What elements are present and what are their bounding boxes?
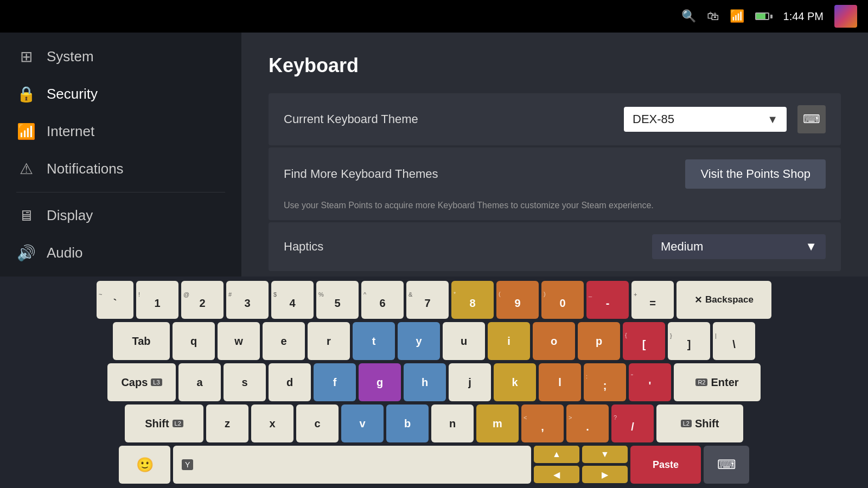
key-o[interactable]: o [533,322,575,360]
key-y[interactable]: y [398,322,440,360]
keyboard-rows: ~ ` ! 1 @ 2 # 3 $ 4 % 5 [5,281,863,484]
key-9[interactable]: ( 9 [496,281,539,319]
key-rbracket[interactable]: } ] [668,322,710,360]
haptics-dropdown[interactable]: Medium ▼ [652,234,826,259]
key-period[interactable]: > . [566,404,609,442]
sidebar-item-internet[interactable]: 📶 Internet [0,113,241,150]
key-k[interactable]: k [494,363,536,401]
key-1[interactable]: ! 1 [136,281,178,319]
key-backtick[interactable]: ~ ` [97,281,133,319]
key-arrow-left[interactable]: ◀ [534,466,579,483]
key-l[interactable]: l [539,363,581,401]
internet-icon: 📶 [16,123,36,140]
sidebar-item-notifications[interactable]: ⚠ Notifications [0,150,241,188]
key-minus[interactable]: _ - [586,281,629,319]
key-b[interactable]: b [386,404,429,442]
sidebar-item-security[interactable]: 🔒 Security [0,75,241,113]
audio-icon: 🔊 [16,244,36,262]
keyboard-row-2: Tab q w e r t y u i o p { [ } ] | \ [5,322,863,360]
topbar: 🔍 🛍 📶 1:44 PM [0,0,868,33]
key-6[interactable]: ^ 6 [361,281,404,319]
key-backslash[interactable]: | \ [713,322,755,360]
key-arrow-up[interactable]: ▲ [534,446,579,463]
haptics-arrow-icon: ▼ [805,240,817,254]
key-arrow-down[interactable]: ▼ [582,446,628,463]
key-g[interactable]: g [359,363,401,401]
key-z[interactable]: z [206,404,248,442]
key-5[interactable]: % 5 [316,281,359,319]
key-backspace[interactable]: ✕ Backspace [676,281,771,319]
key-shift-left[interactable]: Shift L2 [125,404,203,442]
key-caps[interactable]: Caps L3 [107,363,176,401]
key-tab[interactable]: Tab [113,322,170,360]
keyboard-row-5: 🙂 Y ▲ ▼ ◀ ▶ Paste ⌨ [5,446,863,484]
points-description: Use your Steam Points to acquire more Ke… [284,201,654,210]
theme-dropdown[interactable]: DEX-85 ▼ [624,107,787,132]
key-equals[interactable]: + = [631,281,674,319]
key-semicolon[interactable]: : ; [584,363,626,401]
theme-row: Current Keyboard Theme DEX-85 ▼ ⌨ [269,93,841,145]
sidebar-label-internet: Internet [47,123,94,140]
key-f[interactable]: f [314,363,356,401]
sidebar-item-system[interactable]: ⊞ System [0,38,241,75]
key-v[interactable]: v [341,404,384,442]
key-paste[interactable]: Paste [630,446,701,484]
find-more-row: Find More Keyboard Themes Visit the Poin… [269,147,841,201]
sidebar-label-notifications: Notifications [47,160,124,177]
key-slash[interactable]: ? / [611,404,654,442]
avatar[interactable] [834,5,857,28]
key-p[interactable]: p [578,322,620,360]
display-icon: 🖥 [16,207,36,224]
key-h[interactable]: h [404,363,446,401]
key-s[interactable]: s [224,363,266,401]
key-c[interactable]: c [296,404,339,442]
keyboard-section: ~ ` ! 1 @ 2 # 3 $ 4 % 5 [0,277,868,488]
key-emoji[interactable]: 🙂 [119,446,170,484]
key-lbracket[interactable]: { [ [623,322,665,360]
key-keyboard-icon[interactable]: ⌨ [704,446,749,484]
key-arrow-right[interactable]: ▶ [582,466,628,483]
key-j[interactable]: j [449,363,491,401]
key-8[interactable]: * 8 [451,281,494,319]
keyboard-btn-icon: ⌨ [803,112,820,126]
store-icon[interactable]: 🛍 [707,9,719,23]
key-r[interactable]: r [308,322,350,360]
topbar-time: 1:44 PM [783,10,824,23]
key-quote[interactable]: " ' [629,363,671,401]
key-2[interactable]: @ 2 [181,281,224,319]
key-enter[interactable]: R2 Enter [674,363,761,401]
key-3[interactable]: # 3 [226,281,269,319]
key-i[interactable]: i [488,322,530,360]
key-w[interactable]: w [218,322,260,360]
key-comma[interactable]: < , [521,404,564,442]
system-icon: ⊞ [16,48,36,66]
sidebar-item-audio[interactable]: 🔊 Audio [0,234,241,272]
arrow-keys-group: ▲ ▼ ◀ ▶ [534,446,628,484]
key-a[interactable]: a [178,363,221,401]
key-m[interactable]: m [476,404,519,442]
find-more-label: Find More Keyboard Themes [284,167,685,181]
key-space[interactable]: Y [173,446,531,484]
key-shift-right[interactable]: L2 Shift [656,404,743,442]
key-t[interactable]: t [353,322,395,360]
key-x[interactable]: x [251,404,293,442]
visit-shop-button[interactable]: Visit the Points Shop [685,159,826,189]
notifications-icon: ⚠ [16,160,36,178]
find-more-card: Find More Keyboard Themes Visit the Poin… [269,147,841,220]
sidebar-label-audio: Audio [47,245,83,261]
key-7[interactable]: & 7 [406,281,449,319]
key-0[interactable]: ) 0 [541,281,584,319]
theme-card: Current Keyboard Theme DEX-85 ▼ ⌨ [269,93,841,145]
battery-icon [755,12,773,20]
shift-r-l2-badge: L2 [681,420,692,427]
key-n[interactable]: n [431,404,474,442]
keyboard-preview-btn[interactable]: ⌨ [797,105,826,133]
key-u[interactable]: u [443,322,485,360]
search-icon[interactable]: 🔍 [681,9,696,23]
sidebar-label-security: Security [47,86,98,102]
key-q[interactable]: q [173,322,215,360]
key-e[interactable]: e [263,322,305,360]
key-4[interactable]: $ 4 [271,281,314,319]
key-d[interactable]: d [269,363,311,401]
sidebar-item-display[interactable]: 🖥 Display [0,197,241,234]
